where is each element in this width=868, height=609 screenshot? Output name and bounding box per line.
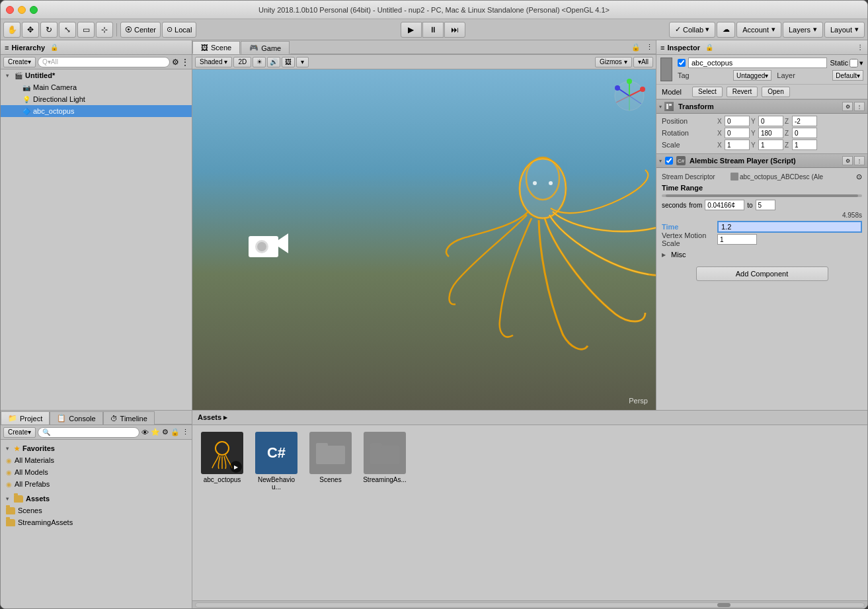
step-button[interactable]: ⏭ — [444, 22, 465, 38]
transform-settings-btn[interactable]: ⚙ — [842, 102, 853, 111]
time-value-input[interactable] — [717, 221, 862, 233]
layer-dropdown[interactable]: Default ▾ — [832, 70, 863, 81]
hierarchy-item-camera[interactable]: 📷 Main Camera — [1, 81, 192, 93]
alembic-settings-btn[interactable]: ⚙ — [842, 156, 853, 165]
rotate-tool-button[interactable]: ↻ — [40, 22, 58, 38]
model-revert-button[interactable]: Revert — [727, 87, 758, 97]
favorites-item[interactable]: ▾ ★ Favorites — [1, 442, 192, 454]
cloud-button[interactable]: ☁ — [717, 22, 735, 38]
hierarchy-create-button[interactable]: Create ▾ — [3, 57, 36, 67]
scale-tool-button[interactable]: ⤡ — [59, 22, 76, 38]
scale-x-input[interactable] — [725, 140, 750, 150]
position-x-input[interactable] — [725, 116, 750, 126]
rotation-z-input[interactable] — [792, 128, 817, 138]
traffic-lights[interactable] — [6, 6, 38, 14]
pivot-button[interactable]: ⦿ Center — [120, 22, 161, 38]
vertex-value-input[interactable] — [717, 234, 757, 245]
static-checkbox[interactable] — [849, 59, 858, 67]
assets-tree-item[interactable]: ▾ Assets — [1, 493, 192, 505]
tab-scene[interactable]: 🖼 Scene — [192, 41, 240, 54]
alembic-menu-btn[interactable]: ⋮ — [854, 156, 865, 165]
inspector-header: ≡ Inspector 🔒 ⋮ — [656, 40, 867, 55]
object-active-checkbox[interactable] — [678, 59, 686, 67]
inspector-hamburger-icon[interactable]: ⋮ — [857, 44, 863, 51]
asset-streaming-folder[interactable]: StreamingAs... — [362, 432, 408, 483]
model-select-button[interactable]: Select — [692, 87, 723, 97]
assets-scrollbar[interactable] — [192, 600, 867, 608]
asset-new-behaviour[interactable]: C# NewBehaviou... — [253, 432, 299, 491]
time-range-slider[interactable] — [662, 194, 862, 197]
close-button[interactable] — [6, 6, 14, 14]
transform-tool-button[interactable]: ⊹ — [96, 22, 113, 38]
hierarchy-more-icon[interactable]: ⋮ — [181, 58, 189, 67]
position-z-input[interactable] — [792, 116, 817, 126]
transform-component-header[interactable]: ▾ Transform ⚙ ⋮ — [656, 99, 867, 114]
gizmos-button[interactable]: Gizmos ▾ — [595, 57, 632, 67]
project-create-button[interactable]: Create ▾ — [3, 427, 36, 438]
position-y-input[interactable] — [758, 116, 783, 126]
hand-tool-button[interactable]: ✋ — [3, 22, 20, 38]
hierarchy-item-light[interactable]: 💡 Directional Light — [1, 93, 192, 105]
all-models-item[interactable]: ◉ All Models — [1, 466, 192, 478]
scene-lighting-btn[interactable]: ☀ — [253, 57, 266, 67]
tab-timeline[interactable]: ⏱ Timeline — [103, 411, 155, 425]
all-layers-button[interactable]: ▾All — [633, 57, 653, 67]
model-open-button[interactable]: Open — [762, 87, 789, 97]
tab-console[interactable]: 📋 Console — [50, 411, 102, 425]
shading-dropdown[interactable]: Shaded ▾ — [195, 57, 232, 67]
time-from-input[interactable] — [705, 200, 744, 210]
streaming-assets-item[interactable]: StreamingAssets — [1, 516, 192, 528]
asset-abc-octopus[interactable]: ▶ abc_octopus — [199, 432, 245, 483]
hierarchy-item-octopus[interactable]: 🔷 abc_octopus — [1, 105, 192, 117]
transform-menu-btn[interactable]: ⋮ — [854, 102, 865, 111]
all-prefabs-item[interactable]: ◉ All Prefabs — [1, 478, 192, 490]
window-title: Unity 2018.1.0b10 Personal (64bit) - Unt… — [1, 6, 867, 14]
project-settings-btn[interactable]: ⚙ — [162, 428, 169, 436]
move-tool-button[interactable]: ✥ — [22, 22, 39, 38]
scene-panel-lock[interactable]: 🔒 — [629, 41, 643, 54]
project-search[interactable]: 🔍 — [38, 427, 139, 438]
alembic-enabled-checkbox[interactable] — [665, 157, 673, 165]
minimize-button[interactable] — [18, 6, 26, 14]
scene-audio-btn[interactable]: 🔊 — [267, 57, 280, 67]
time-to-input[interactable] — [756, 200, 775, 210]
misc-header[interactable]: ▶ Misc — [656, 248, 867, 261]
pivot-label: Center — [134, 26, 156, 34]
view-2d-button[interactable]: 2D — [233, 57, 251, 67]
hierarchy-search[interactable]: Q▾All — [38, 57, 170, 67]
stream-desc-label: Stream Descriptor — [662, 173, 728, 181]
layers-dropdown[interactable]: Layers ▾ — [783, 22, 823, 38]
collab-button[interactable]: ✓ Collab ▾ — [669, 22, 715, 38]
play-button[interactable]: ▶ — [401, 22, 422, 38]
tab-game[interactable]: 🎮 Game — [241, 41, 290, 54]
space-button[interactable]: ⊙ Local — [162, 22, 196, 38]
all-materials-item[interactable]: ◉ All Materials — [1, 454, 192, 466]
rotation-x-input[interactable] — [725, 128, 750, 138]
scene-gizmo[interactable] — [610, 76, 649, 116]
scenes-folder-item[interactable]: Scenes — [1, 505, 192, 516]
scale-y-input[interactable] — [758, 140, 783, 150]
add-component-button[interactable]: Add Component — [696, 266, 828, 281]
scene-viewport[interactable]: Persp — [192, 69, 656, 410]
object-name-input[interactable] — [688, 58, 828, 68]
scene-effects-btn[interactable]: 🖼 — [282, 57, 295, 67]
rect-tool-button[interactable]: ▭ — [77, 22, 95, 38]
hierarchy-settings-icon[interactable]: ⚙ — [172, 58, 179, 67]
project-eye-btn[interactable]: 👁 — [141, 428, 149, 436]
pause-button[interactable]: ⏸ — [422, 22, 444, 38]
scale-z-input[interactable] — [792, 140, 817, 150]
hierarchy-item-scene[interactable]: ▾ 🎬 Untitled* — [1, 69, 192, 81]
maximize-button[interactable] — [30, 6, 38, 14]
alembic-component-header[interactable]: ▾ C# Alembic Stream Player (Script) ⚙ ⋮ — [656, 153, 867, 168]
layout-dropdown[interactable]: Layout ▾ — [824, 22, 865, 38]
rotation-y-input[interactable] — [758, 128, 783, 138]
project-lock-btn[interactable]: 🔒 — [171, 428, 180, 436]
scene-panel-menu[interactable]: ⋮ — [643, 41, 656, 54]
asset-scenes-folder[interactable]: Scenes — [307, 432, 354, 483]
project-star-btn[interactable]: ⭐ — [151, 428, 160, 436]
tab-project[interactable]: 📁 Project — [1, 411, 50, 425]
project-menu-btn[interactable]: ⋮ — [182, 428, 189, 436]
tag-dropdown[interactable]: Untagged ▾ — [733, 70, 771, 81]
scene-more-btn[interactable]: ▾ — [296, 57, 309, 67]
account-dropdown[interactable]: Account ▾ — [736, 22, 781, 38]
